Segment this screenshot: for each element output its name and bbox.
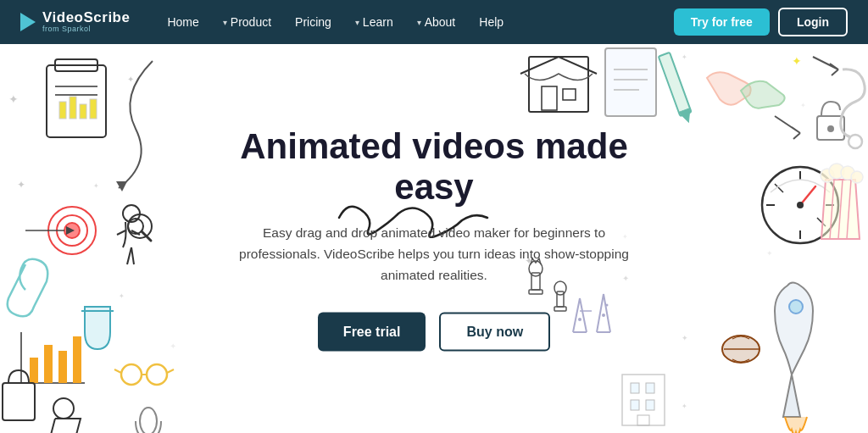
- logo-brand: VideoScribe: [42, 10, 130, 26]
- svg-rect-23: [30, 358, 38, 383]
- svg-text:✦: ✦: [127, 75, 134, 84]
- svg-point-30: [121, 364, 142, 385]
- nav-links: Home ▾ Product Pricing ▾ Learn ▾ About H…: [157, 10, 673, 34]
- logo[interactable]: VideoScribe from Sparkol: [20, 10, 130, 35]
- svg-rect-26: [73, 336, 81, 383]
- svg-line-63: [830, 180, 834, 239]
- svg-rect-48: [659, 53, 692, 116]
- learn-chevron-icon: ▾: [355, 18, 359, 27]
- svg-point-14: [123, 205, 140, 222]
- nav-home[interactable]: Home: [157, 10, 209, 34]
- svg-rect-89: [631, 400, 639, 410]
- svg-line-64: [838, 180, 843, 239]
- svg-text:✦: ✦: [682, 402, 687, 410]
- svg-point-17: [64, 223, 80, 238]
- svg-rect-43: [563, 89, 576, 100]
- svg-point-56: [762, 167, 838, 243]
- svg-point-66: [821, 169, 834, 182]
- svg-point-68: [841, 166, 854, 180]
- svg-point-69: [851, 171, 863, 183]
- svg-line-13: [142, 231, 151, 241]
- product-chevron-icon: ▾: [223, 18, 227, 27]
- svg-rect-5: [59, 102, 66, 119]
- nav-learn[interactable]: ▾ Learn: [345, 10, 403, 34]
- svg-rect-44: [605, 48, 656, 116]
- svg-text:✦: ✦: [766, 249, 773, 258]
- svg-rect-2: [55, 59, 97, 71]
- svg-point-15: [48, 207, 96, 254]
- svg-rect-42: [542, 86, 557, 110]
- svg-text:✦: ✦: [93, 182, 99, 190]
- svg-text:✦: ✦: [682, 334, 688, 342]
- logo-sub: from Sparkol: [42, 25, 130, 34]
- svg-marker-0: [116, 181, 127, 192]
- svg-rect-1: [47, 65, 106, 137]
- nav-pricing[interactable]: Pricing: [285, 10, 342, 34]
- login-button[interactable]: Login: [778, 8, 848, 36]
- svg-marker-49: [679, 108, 694, 125]
- svg-text:✦: ✦: [8, 92, 19, 106]
- nav-about[interactable]: ▾ About: [407, 10, 466, 34]
- svg-line-61: [800, 186, 815, 205]
- try-for-free-button[interactable]: Try for free: [674, 8, 770, 36]
- nav-product[interactable]: ▾ Product: [213, 10, 281, 34]
- svg-rect-91: [637, 415, 649, 425]
- svg-rect-86: [622, 375, 665, 425]
- svg-rect-90: [646, 400, 654, 410]
- svg-line-33: [114, 369, 121, 373]
- hero-section: ✦ ✦: [0, 44, 868, 433]
- svg-text:✦: ✦: [17, 179, 25, 191]
- navbar: VideoScribe from Sparkol Home ▾ Product …: [0, 0, 868, 44]
- hero-buttons: Free trial Buy now: [197, 313, 671, 352]
- hero-title: Animated videos made easy: [197, 125, 671, 208]
- svg-point-62: [797, 202, 804, 208]
- svg-rect-7: [80, 104, 86, 119]
- svg-point-52: [849, 135, 862, 148]
- svg-rect-6: [70, 97, 76, 119]
- about-chevron-icon: ▾: [417, 18, 421, 27]
- svg-rect-24: [44, 345, 53, 383]
- free-trial-button[interactable]: Free trial: [318, 313, 426, 352]
- svg-point-85: [789, 300, 803, 314]
- svg-point-83: [722, 336, 760, 363]
- svg-rect-50: [817, 116, 844, 140]
- logo-icon: [20, 13, 36, 31]
- svg-rect-8: [90, 99, 97, 119]
- nav-actions: Try for free Login: [674, 8, 848, 36]
- svg-text:✦: ✦: [170, 341, 176, 351]
- svg-rect-25: [58, 351, 67, 383]
- hero-description: Easy drag and drop animated video maker …: [231, 223, 637, 286]
- svg-rect-88: [646, 383, 654, 393]
- svg-point-67: [829, 164, 844, 179]
- svg-point-11: [128, 214, 152, 238]
- hero-content: Animated videos made easy Easy drag and …: [197, 125, 671, 352]
- svg-point-39: [140, 408, 157, 433]
- svg-text:✦: ✦: [119, 292, 125, 300]
- svg-point-16: [57, 215, 87, 246]
- svg-text:✦: ✦: [792, 54, 802, 68]
- svg-line-65: [847, 180, 851, 239]
- svg-line-34: [167, 369, 174, 373]
- svg-point-12: [128, 219, 143, 234]
- buy-now-button[interactable]: Buy now: [439, 313, 550, 352]
- svg-text:✦: ✦: [800, 102, 806, 109]
- left-doodles: ✦ ✦: [0, 44, 195, 433]
- svg-point-51: [827, 125, 834, 132]
- svg-rect-87: [631, 383, 639, 393]
- svg-point-31: [147, 364, 167, 385]
- svg-marker-19: [66, 226, 75, 235]
- svg-rect-29: [3, 383, 35, 420]
- svg-point-27: [53, 398, 74, 419]
- nav-help[interactable]: Help: [469, 10, 514, 34]
- svg-rect-41: [529, 57, 588, 112]
- svg-text:✦: ✦: [682, 53, 687, 61]
